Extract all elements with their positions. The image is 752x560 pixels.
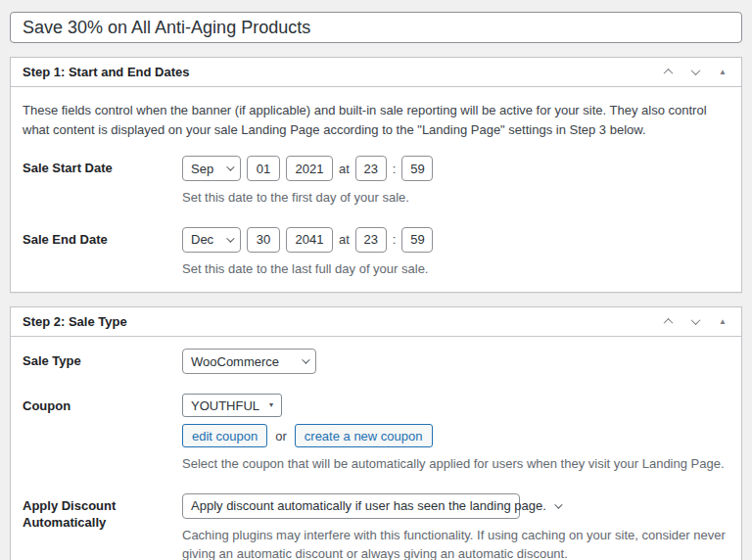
step1-panel-body: These fields control when the banner (if… [11, 87, 741, 292]
coupon-actions: edit coupon or create a new coupon [182, 424, 729, 447]
apply-discount-value: Apply discount automatically if user has… [191, 498, 546, 513]
sale-start-date-row: Sale Start Date Sep at : Set [23, 156, 729, 208]
sale-title-input[interactable] [10, 12, 742, 43]
sale-start-date-label: Sale Start Date [23, 156, 182, 208]
start-month-select[interactable]: Sep [182, 156, 241, 181]
step2-panel-body: Sale Type WooCommerce Coupon YOUTHFUL ▾ [11, 337, 741, 560]
sale-end-date-helper: Set this date to the last full day of yo… [182, 259, 729, 279]
sale-type-value: WooCommerce [191, 354, 279, 369]
start-at-label: at [339, 162, 350, 176]
apply-discount-row: Apply Discount Automatically Apply disco… [23, 493, 729, 560]
start-hour-input[interactable] [355, 156, 387, 181]
start-minute-input[interactable] [401, 156, 433, 181]
chevron-down-icon [302, 356, 309, 364]
sale-type-select[interactable]: WooCommerce [182, 349, 316, 374]
toggle-panel-icon[interactable]: ▲ [716, 66, 729, 79]
step1-panel-header: Step 1: Start and End Dates ▲ [11, 58, 741, 87]
chevron-down-icon [226, 163, 234, 171]
end-at-label: at [339, 232, 350, 247]
move-up-icon[interactable] [661, 315, 675, 329]
step2-panel: Step 2: Sale Type ▲ Sale Type WooCommerc… [10, 306, 742, 560]
edit-coupon-button[interactable]: edit coupon [182, 424, 267, 447]
move-down-icon[interactable] [688, 66, 702, 79]
apply-discount-select[interactable]: Apply discount automatically if user has… [182, 493, 520, 519]
sale-end-date-row: Sale End Date Dec at : Set t [23, 227, 729, 279]
step2-panel-actions: ▲ [661, 315, 729, 329]
apply-discount-label: Apply Discount Automatically [23, 493, 182, 560]
coupon-select[interactable]: YOUTHFUL ▾ [182, 394, 282, 417]
start-month-value: Sep [191, 162, 213, 176]
end-year-input[interactable] [286, 227, 333, 253]
end-day-input[interactable] [247, 227, 280, 253]
sale-type-label: Sale Type [23, 349, 182, 374]
end-month-value: Dec [191, 232, 213, 247]
apply-discount-helper: Caching plugins may interfere with this … [182, 526, 729, 560]
step1-panel-title: Step 1: Start and End Dates [23, 66, 189, 78]
step1-panel-actions: ▲ [661, 66, 729, 79]
end-month-select[interactable]: Dec [182, 227, 241, 253]
coupon-helper: Select the coupon that will be automatic… [182, 454, 729, 474]
or-label: or [275, 429, 287, 443]
sale-start-date-helper: Set this date to the first day of your s… [182, 188, 729, 208]
coupon-value: YOUTHFUL [191, 398, 259, 413]
step2-panel-header: Step 2: Sale Type ▲ [11, 307, 741, 337]
settings-page: Step 1: Start and End Dates ▲ These fiel… [0, 0, 752, 560]
move-up-icon[interactable] [661, 66, 675, 79]
move-down-icon[interactable] [688, 315, 702, 329]
chevron-down-icon [554, 500, 562, 508]
step1-panel: Step 1: Start and End Dates ▲ These fiel… [10, 57, 742, 293]
coupon-row: Coupon YOUTHFUL ▾ edit coupon or create … [23, 394, 729, 474]
step2-panel-title: Step 2: Sale Type [23, 315, 127, 328]
sale-start-date-controls: Sep at : [182, 156, 729, 181]
sale-end-date-controls: Dec at : [182, 227, 729, 253]
start-day-input[interactable] [247, 156, 280, 181]
end-colon-label: : [393, 232, 397, 247]
coupon-label: Coupon [23, 394, 182, 474]
dropdown-arrow-icon: ▾ [269, 401, 273, 409]
end-hour-input[interactable] [355, 227, 387, 253]
toggle-panel-icon[interactable]: ▲ [716, 315, 729, 329]
sale-end-date-label: Sale End Date [23, 227, 182, 279]
chevron-down-icon [226, 234, 234, 242]
create-coupon-button[interactable]: create a new coupon [295, 424, 433, 447]
sale-type-row: Sale Type WooCommerce [23, 349, 729, 374]
start-colon-label: : [393, 162, 397, 176]
step1-description: These fields control when the banner (if… [23, 101, 729, 140]
end-minute-input[interactable] [401, 227, 433, 253]
start-year-input[interactable] [286, 156, 333, 181]
